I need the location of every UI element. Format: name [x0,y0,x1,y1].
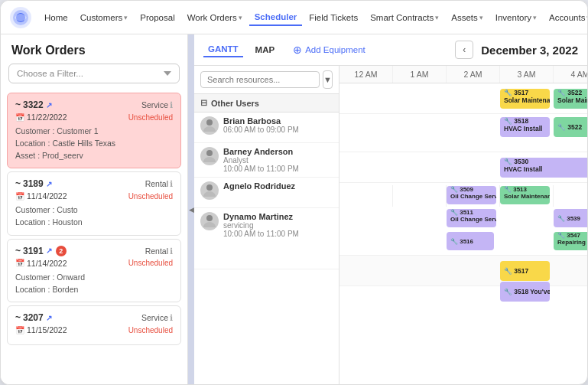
wo-type: Service ℹ [141,100,173,109]
view-bar: GANTT MAP ⊕ Add Equipment ‹ December 3, … [194,34,587,66]
wo-status: Unscheduled [128,113,173,122]
resource-row: Dynamo Martinez servicing 10:00 AM to 11… [194,208,339,269]
event-bar[interactable]: 🔧 3513Solar Maintenance [500,186,550,204]
wo-number: ~ 3207 ↗ [15,312,52,323]
resources-panel: ▼ ⊟ Other Users Brian Barbosa 06:00 AM [194,66,339,384]
other-users-header: ⊟ Other Users [194,94,339,113]
chevron-icon: ▾ [239,14,242,21]
event-bar[interactable]: 🔧 3511Oil Change Service [447,209,496,227]
event-bar[interactable]: 🔧 3522 [554,117,587,137]
event-bar[interactable]: 🔧 3509Oil Change Service [447,186,496,204]
timeline-header: 12 AM 1 AM 2 AM 3 AM 4 AM 5 AM 6 AM 7 A [339,66,587,83]
badge: 2 [56,246,67,256]
info-icon: ℹ [170,246,173,256]
nav-home[interactable]: Home [39,10,73,25]
event-bar[interactable]: 🔧 3518HVAC Install [500,117,550,137]
search-resources-input[interactable] [200,71,320,88]
wo-number: ~ 3322 ↗ [15,100,52,110]
event-bar[interactable]: 🔧 3522Solar Maintenance [554,89,587,109]
svg-point-5 [206,184,213,191]
wo-details: Customer : Customer 1 Location : Castle … [15,126,173,162]
nav-proposal[interactable]: Proposal [135,10,180,25]
calendar-icon: 📅 [15,192,24,201]
info-icon: ℹ [170,313,173,322]
time-cell [554,185,587,207]
external-link-icon: ↗ [46,246,52,255]
avatar [200,181,219,200]
wo-details: Customer : Onward Location : Borden [15,272,173,296]
resource-row: Brian Barbosa 06:00 AM to 09:00 PM [194,113,339,143]
time-cell [393,185,447,207]
work-order-card[interactable]: ~ 3189 ↗ Rental ℹ 📅 11/14/2022 Unschedul… [7,171,181,236]
chevron-icon: ▾ [435,14,439,21]
work-order-card[interactable]: ~ 3191 ↗ 2 Rental ℹ 📅 11/14/2022 [7,239,181,303]
timeline-row: 🔧 3509Oil Change Service 🔧 3513Solar Mai… [339,183,587,256]
nav-assets[interactable]: Assets ▾ [446,10,489,25]
app-logo[interactable] [8,5,33,30]
tab-gantt[interactable]: GANTT [203,42,243,57]
event-bar[interactable]: 🔧 3547Repairing [554,232,587,250]
resource-info: Agnelo Rodriduez [223,181,333,191]
time-cell [339,185,393,207]
sidebar-title: Work Orders [1,34,187,64]
wo-date: 📅 11/15/2022 [15,325,67,334]
work-order-card[interactable]: ~ 3322 ↗ Service ℹ 📅 11/22/2022 Unschedu… [7,93,181,168]
work-order-card[interactable]: ~ 3207 ↗ Service ℹ 📅 11/15/2022 Unschedu… [7,305,181,345]
timeline-row: 🔧 3517Solar Maintenance 🔧 3522Solar Main… [339,83,587,114]
wo-status: Unscheduled [128,259,173,267]
event-bar[interactable]: 🔧 3539 [554,209,587,227]
filter-icon[interactable]: ▼ [323,70,333,89]
svg-point-6 [206,215,213,221]
prev-date-button[interactable]: ‹ [455,41,473,59]
resource-info: Brian Barbosa 06:00 AM to 09:00 PM [223,116,333,134]
tab-map[interactable]: MAP [251,43,280,57]
event-bar[interactable]: 🔧 3517Solar Maintenance [500,89,550,109]
event-bar[interactable]: 🔧 3518You've [500,282,550,302]
filter-select[interactable]: Choose a Filter... [8,64,180,83]
wo-date: 📅 11/22/2022 [15,113,67,122]
timeline-row: 🔧 3518HVAC Install 🔧 3522 [339,114,587,152]
current-date: December 3, 2022 [481,44,578,57]
wo-type: Service ℹ [141,313,173,322]
external-link-icon: ↗ [46,180,52,188]
resource-row: Barney Anderson Analyst 10:00 AM to 11:0… [194,143,339,178]
event-bar[interactable]: 🔧 3517 [500,261,550,281]
event-bar[interactable]: 🔧 3530HVAC Install [500,158,587,178]
svg-point-3 [206,119,213,126]
calendar-icon: 📅 [15,326,24,334]
event-bar[interactable]: 🔧 3516 [447,232,494,250]
search-filter-row: ▼ [194,66,339,94]
calendar-icon: 📅 [15,259,24,267]
timeline-row: 🔧 3530HVAC Install [339,152,587,183]
plus-icon: ⊕ [293,44,302,56]
sidebar-divider[interactable]: ◀ [188,34,194,384]
timeline-body: 🔧 3517Solar Maintenance 🔧 3522Solar Main… [339,83,587,384]
app-container: Home Customers ▾ Proposal Work Orders ▾ … [0,0,588,385]
wo-type: Rental ℹ [145,246,173,256]
nav-scheduler[interactable]: Scheduler [249,9,303,26]
wo-date: 📅 11/14/2022 [15,191,67,201]
chevron-icon: ▾ [124,14,128,21]
external-link-icon: ↗ [46,101,52,109]
timeline-row: 🔧 3517 🔧 3518You've [339,256,587,286]
resource-row: Agnelo Rodriduez [194,178,339,208]
timeline-panel: 12 AM 1 AM 2 AM 3 AM 4 AM 5 AM 6 AM 7 A [339,66,587,384]
nav-inventory[interactable]: Inventory ▾ [490,10,542,25]
nav-smart-contracts[interactable]: Smart Contracts ▾ [365,10,444,25]
right-panel: GANTT MAP ⊕ Add Equipment ‹ December 3, … [194,34,587,384]
nav-work-orders[interactable]: Work Orders ▾ [182,10,248,25]
avatar [200,116,219,135]
wo-type: Rental ℹ [145,179,173,188]
nav-accounts[interactable]: Accounts ▾ [544,10,588,25]
resource-info: Dynamo Martinez servicing 10:00 AM to 11… [223,212,333,238]
time-slot-header: 2 AM [447,66,500,83]
resource-info: Barney Anderson Analyst 10:00 AM to 11:0… [223,147,333,173]
wo-number: ~ 3191 ↗ 2 [15,246,67,256]
add-equipment-button[interactable]: ⊕ Add Equipment [287,41,372,58]
nav-items: Home Customers ▾ Proposal Work Orders ▾ … [39,9,588,26]
nav-bar: Home Customers ▾ Proposal Work Orders ▾ … [1,1,587,34]
nav-field-tickets[interactable]: Field Tickets [304,10,363,25]
nav-customers[interactable]: Customers ▾ [75,10,134,25]
external-link-icon: ↗ [46,314,52,322]
wo-date: 📅 11/14/2022 [15,259,67,268]
